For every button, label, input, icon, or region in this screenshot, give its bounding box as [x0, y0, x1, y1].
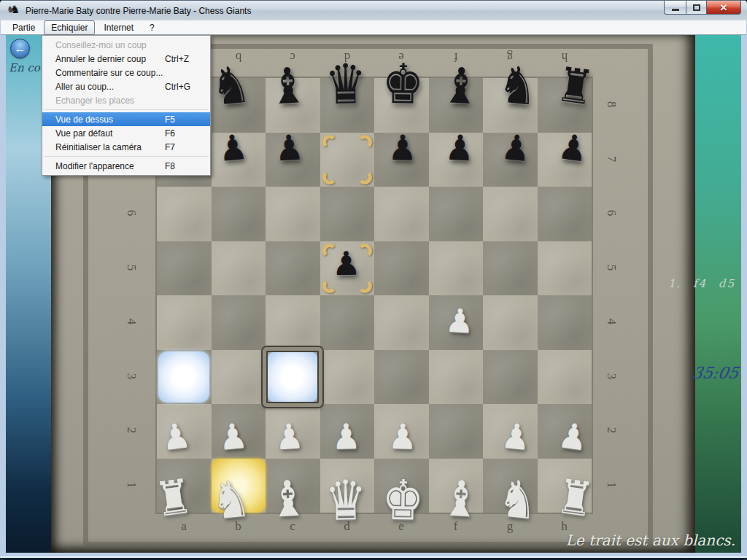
piece-white-bishop-f1[interactable]: ♝: [432, 472, 489, 525]
square-g6[interactable]: [483, 187, 538, 241]
piece-white-pawn-f4[interactable]: ♟: [431, 303, 487, 339]
square-b4[interactable]: [212, 295, 266, 350]
menu-item-label: Aller au coup...: [55, 82, 114, 92]
menu-item-conseillez-moi-un-coup[interactable]: Conseillez-moi un coup: [42, 38, 210, 52]
square-d6[interactable]: [320, 187, 375, 241]
menu-item-vue-de-dessus[interactable]: Vue de dessusF5: [42, 112, 210, 126]
menu-item-label: Commentaire sur ce coup...: [55, 68, 163, 78]
square-e3[interactable]: [374, 350, 429, 405]
menu-item-commentaire-sur-ce-coup[interactable]: Commentaire sur ce coup...: [42, 66, 210, 79]
square-b6[interactable]: [212, 187, 266, 241]
piece-white-pawn-g2[interactable]: ♟: [487, 417, 545, 457]
maximize-button[interactable]: [686, 1, 707, 15]
square-a6[interactable]: [157, 187, 212, 241]
square-g3[interactable]: [483, 350, 538, 405]
square-f6[interactable]: [429, 187, 484, 241]
corner-marker-icon: [322, 135, 337, 149]
piece-black-pawn-c7[interactable]: ♟: [261, 129, 317, 167]
menubar-item-internet[interactable]: Internet: [96, 20, 141, 35]
piece-white-king-e1[interactable]: ♚: [376, 472, 431, 529]
menu-item-vue-par-defaut[interactable]: Vue par défautF6: [42, 126, 210, 140]
square-h3[interactable]: [538, 350, 592, 405]
board-coordinate-label: 3: [124, 368, 139, 384]
square-f5[interactable]: [429, 241, 484, 296]
square-f2[interactable]: [429, 404, 484, 459]
square-e6[interactable]: [374, 187, 429, 241]
square-f3[interactable]: [429, 350, 484, 405]
piece-white-bishop-c1[interactable]: ♝: [260, 472, 317, 525]
backdrop-right: [695, 35, 741, 553]
back-button[interactable]: ←: [10, 39, 30, 58]
menu-item-reinitialiser-la-camera[interactable]: Réinitialiser la caméraF7: [42, 140, 210, 154]
piece-black-pawn-d5[interactable]: ♟: [318, 246, 373, 280]
piece-white-pawn-e2[interactable]: ♟: [375, 419, 430, 455]
menubar-item-echiquier[interactable]: Echiquier: [44, 20, 95, 35]
board-coordinate-label: 3: [604, 368, 619, 384]
piece-black-king-e8[interactable]: ♚: [376, 56, 431, 112]
piece-white-rook-h1[interactable]: ♜: [545, 471, 605, 525]
square-g5[interactable]: [483, 241, 538, 296]
menu-item-aller-au-coup[interactable]: Aller au coup...Ctrl+G: [42, 79, 210, 93]
square-h4[interactable]: [538, 295, 592, 350]
menu-item-label: Annuler le dernier coup: [55, 54, 146, 64]
menu-item-annuler-le-dernier-coup[interactable]: Annuler le dernier coupCtrl+Z: [42, 52, 210, 66]
piece-black-pawn-h7[interactable]: ♟: [543, 127, 602, 169]
minimize-icon: [672, 9, 679, 11]
square-h6[interactable]: [538, 187, 592, 241]
echiquier-menu-dropdown: Conseillez-moi un coupAnnuler le dernier…: [42, 35, 211, 176]
piece-white-pawn-c2[interactable]: ♟: [261, 418, 317, 456]
square-e5[interactable]: [374, 241, 429, 296]
menu-item-shortcut: Ctrl+Z: [165, 54, 203, 64]
window-bottom-border: [0, 553, 747, 560]
menu-item-shortcut: F7: [165, 142, 203, 152]
board-coordinate-label: 2: [604, 422, 619, 438]
app-knight-icon: ♞ ♞: [7, 4, 20, 18]
board-coordinate-label: 5: [124, 260, 139, 276]
piece-black-bishop-c8[interactable]: ♝: [260, 60, 317, 112]
menu-item-shortcut: F8: [165, 161, 203, 171]
close-button[interactable]: ✕: [707, 1, 741, 15]
menu-separator: [44, 156, 209, 157]
menubar-item-help[interactable]: ?: [142, 20, 162, 35]
menu-item-label: Conseillez-moi un coup: [55, 40, 147, 50]
piece-black-rook-h8[interactable]: ♜: [545, 60, 605, 114]
board-coordinate-label: 8: [604, 96, 619, 112]
square-e4[interactable]: [374, 295, 429, 350]
square-c6[interactable]: [266, 187, 320, 241]
piece-black-pawn-g7[interactable]: ♟: [487, 128, 545, 168]
piece-black-pawn-f7[interactable]: ♟: [431, 129, 487, 167]
piece-white-knight-g1[interactable]: ♞: [489, 471, 548, 527]
board-coordinate-label: 7: [604, 151, 619, 167]
minimize-button[interactable]: [664, 1, 686, 15]
square-c4[interactable]: [266, 295, 320, 350]
menu-item-shortcut: F6: [165, 128, 203, 139]
square-a4[interactable]: [157, 295, 212, 350]
piece-white-knight-b1[interactable]: ♞: [201, 471, 260, 527]
square-a5[interactable]: [157, 241, 212, 296]
board-coordinate-label: 1: [604, 477, 619, 493]
piece-white-rook-a1[interactable]: ♜: [144, 471, 204, 525]
square-g4[interactable]: [483, 295, 538, 350]
square-d3[interactable]: [320, 350, 375, 405]
piece-black-pawn-e7[interactable]: ♟: [375, 130, 430, 166]
menu-item-label: Réinitialiser la caméra: [55, 142, 142, 152]
piece-black-bishop-f8[interactable]: ♝: [432, 60, 489, 112]
piece-white-pawn-d2[interactable]: ♟: [318, 419, 373, 455]
piece-white-queen-d1[interactable]: ♛: [317, 472, 373, 529]
menubar-item-partie[interactable]: Partie: [5, 20, 42, 35]
target-square-frame: [263, 347, 322, 407]
square-d4[interactable]: [320, 295, 375, 350]
square-b3[interactable]: [212, 350, 266, 405]
square-b5[interactable]: [212, 241, 266, 296]
square-c5[interactable]: [266, 241, 320, 296]
piece-white-pawn-b2[interactable]: ♟: [204, 417, 261, 457]
square-h5[interactable]: [538, 241, 592, 296]
menu-item-modifier-l-apparence[interactable]: Modifier l'apparenceF8: [42, 159, 210, 173]
piece-black-pawn-b7[interactable]: ♟: [204, 128, 261, 168]
piece-white-pawn-h2[interactable]: ♟: [543, 416, 602, 458]
menubar: PartieEchiquierInternet?: [1, 20, 746, 35]
piece-black-knight-g8[interactable]: ♞: [489, 58, 548, 114]
piece-black-queen-d8[interactable]: ♛: [317, 56, 373, 112]
piece-white-pawn-a2[interactable]: ♟: [147, 416, 205, 458]
menu-item-echanger-les-places[interactable]: Echanger les places: [42, 93, 210, 107]
